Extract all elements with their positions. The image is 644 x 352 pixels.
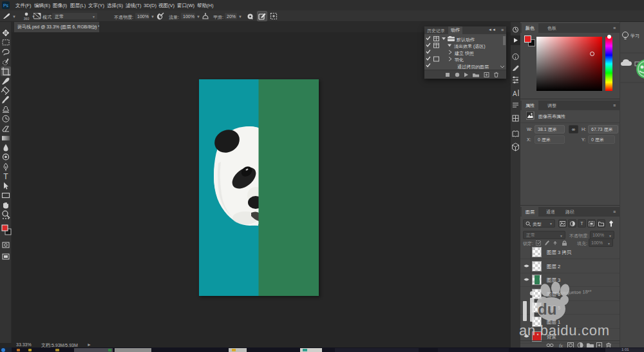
svg-text:Ps: Ps bbox=[3, 3, 9, 8]
svg-text:淡出效果 (选区): 淡出效果 (选区) bbox=[454, 44, 486, 49]
svg-text:fx: fx bbox=[559, 343, 563, 347]
svg-text:羽化: 羽化 bbox=[454, 57, 464, 63]
svg-text:360: 360 bbox=[24, 17, 30, 21]
svg-text:T: T bbox=[3, 172, 8, 181]
svg-text:学习: 学习 bbox=[630, 34, 639, 38]
svg-text:通过拷贝的图层: 通过拷贝的图层 bbox=[457, 64, 489, 70]
svg-text:建立 快照: 建立 快照 bbox=[454, 51, 474, 56]
svg-text:默认动作: 默认动作 bbox=[456, 37, 475, 43]
svg-text:A: A bbox=[513, 90, 517, 97]
